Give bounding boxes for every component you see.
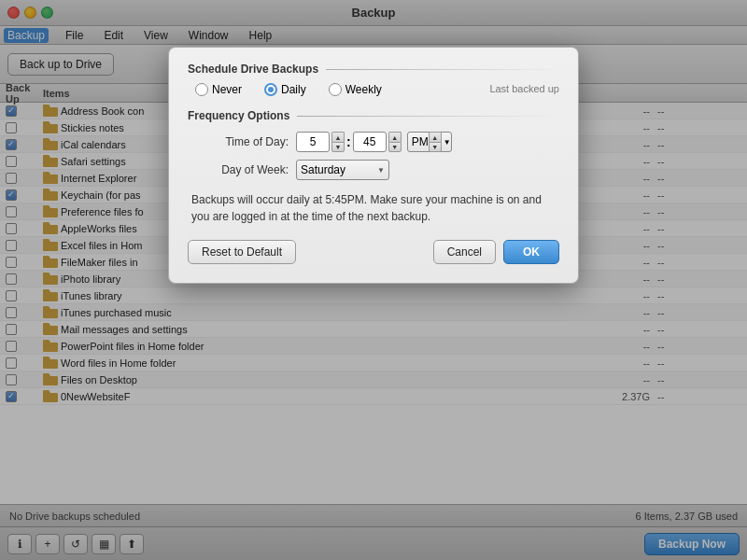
- radio-daily-input[interactable]: [264, 83, 277, 96]
- day-label: Day of Week:: [195, 163, 289, 176]
- freq-divider: [297, 116, 559, 117]
- hour-arrows: ▲ ▼: [331, 132, 345, 152]
- ampm-select[interactable]: PM ▲ ▼: [407, 132, 452, 152]
- radio-never-input[interactable]: [195, 83, 208, 96]
- minute-up-arrow[interactable]: ▲: [388, 132, 402, 142]
- day-select-arrow: ▼: [377, 166, 385, 175]
- ampm-down-arrow[interactable]: ▼: [429, 142, 442, 152]
- ampm-up-arrow[interactable]: ▲: [429, 132, 442, 142]
- hour-input[interactable]: 5: [296, 132, 330, 152]
- radio-never[interactable]: Never: [195, 83, 242, 96]
- last-backed-up-label: Last backed up: [404, 83, 559, 96]
- modal-buttons: Reset to Default Cancel OK: [188, 240, 559, 264]
- hour-down-arrow[interactable]: ▼: [331, 142, 345, 152]
- cancel-button[interactable]: Cancel: [433, 240, 496, 264]
- frequency-radio-group: Never Daily Weekly Last backed up: [188, 83, 559, 96]
- main-content: Back up to Drive Back Up Items Address B…: [0, 45, 747, 560]
- schedule-title: Schedule Drive Backups: [188, 63, 559, 76]
- time-of-day-row: Time of Day: 5 ▲ ▼ : 45 ▲ ▼: [188, 132, 559, 152]
- day-of-week-row: Day of Week: Saturday ▼: [188, 160, 559, 180]
- day-select[interactable]: Saturday ▼: [296, 160, 389, 180]
- hour-up-arrow[interactable]: ▲: [331, 132, 345, 142]
- modal-overlay: Schedule Drive Backups Never Daily Weekl…: [0, 0, 747, 560]
- hour-stepper: 5 ▲ ▼: [296, 132, 345, 152]
- title-divider: [326, 69, 559, 70]
- schedule-modal: Schedule Drive Backups Never Daily Weekl…: [168, 47, 579, 284]
- time-colon: :: [346, 134, 351, 149]
- radio-daily[interactable]: Daily: [264, 83, 306, 96]
- time-label: Time of Day:: [195, 135, 289, 148]
- minute-input[interactable]: 45: [353, 132, 387, 152]
- frequency-title: Frequency Options: [188, 109, 559, 122]
- reset-to-default-button[interactable]: Reset to Default: [188, 240, 296, 264]
- backup-message: Backups will occur daily at 5:45PM. Make…: [188, 191, 559, 225]
- minute-stepper: 45 ▲ ▼: [353, 132, 402, 152]
- radio-weekly[interactable]: Weekly: [329, 83, 382, 96]
- minute-down-arrow[interactable]: ▼: [388, 142, 402, 152]
- ok-button[interactable]: OK: [503, 240, 559, 264]
- minute-arrows: ▲ ▼: [388, 132, 402, 152]
- radio-weekly-input[interactable]: [329, 83, 342, 96]
- ampm-arrows: ▲ ▼: [429, 132, 442, 152]
- modal-right-buttons: Cancel OK: [433, 240, 559, 264]
